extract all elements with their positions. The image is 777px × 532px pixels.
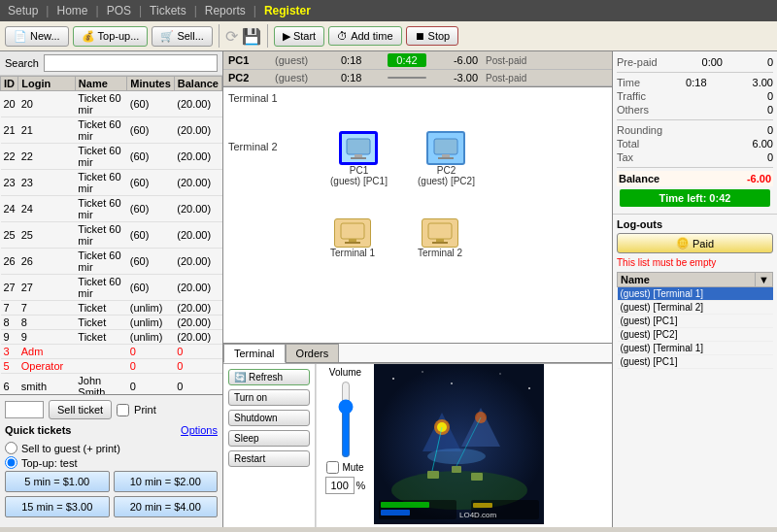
pc2-time: 0:18 — [341, 72, 380, 83]
start-button[interactable]: ▶ Start — [274, 26, 324, 47]
sell-ticket-button[interactable]: Sell ticket — [49, 400, 112, 419]
ticket-button[interactable]: 5 min = $1.00 — [5, 471, 110, 492]
svg-point-17 — [528, 387, 530, 389]
log-item[interactable]: (guest) [Terminal 2] — [618, 301, 756, 315]
table-row[interactable]: 99Ticket(unlim)(20.00) — [1, 330, 222, 345]
table-row[interactable]: 2727Ticket 60 mir(60)(20.00) — [1, 275, 222, 301]
table-row[interactable]: 3Adm00 — [1, 345, 222, 359]
log-outs-panel: Log-outs 🪙 Paid This list must be empty … — [613, 215, 777, 373]
log-expand[interactable]: ▼ — [756, 273, 773, 287]
table-row[interactable]: 2323Ticket 60 mir(60)(20.00) — [1, 170, 222, 196]
separator — [219, 24, 220, 48]
ticket-button[interactable]: 20 min = $4.00 — [114, 496, 219, 517]
right-panel: Pre-paid 0:00 0 Time 0:18 3.00 Traffic 0… — [612, 51, 777, 527]
terminal2-icon-label: Terminal 2 — [418, 248, 462, 258]
log-item[interactable]: (guest) [PC1] — [618, 355, 756, 369]
menu-register[interactable]: Register — [264, 4, 311, 17]
paid-button[interactable]: 🪙 Paid — [617, 233, 773, 253]
table-row[interactable]: 88Ticket(unlim)(20.00) — [1, 316, 222, 330]
tax-label: Tax — [617, 151, 633, 163]
turn-on-button[interactable]: Turn on — [228, 389, 310, 406]
add-time-button[interactable]: ⏱ Add time — [328, 26, 401, 46]
sell-id-input[interactable] — [5, 401, 44, 418]
svg-rect-1 — [355, 154, 362, 157]
restart-button[interactable]: Restart — [228, 450, 310, 467]
log-item[interactable]: (guest) [PC2] — [618, 328, 756, 342]
new-button[interactable]: 📄 New... — [5, 26, 69, 47]
menu-reports[interactable]: Reports — [205, 4, 246, 17]
save-icon: 💾 — [242, 27, 261, 46]
tab-terminal[interactable]: Terminal — [223, 344, 286, 363]
refresh-icon2: 🔄 — [234, 372, 246, 382]
table-row[interactable]: 77Ticket(unlim)(20.00) — [1, 301, 222, 316]
table-row[interactable]: 5Operator00 — [1, 359, 222, 374]
log-row[interactable]: (guest) [Terminal 1] — [618, 342, 773, 355]
log-item[interactable]: (guest) [Terminal 1] — [618, 287, 756, 301]
separator2 — [267, 24, 268, 48]
pc1-row[interactable]: PC1 (guest) 0:18 0:42 -6.00 Post-paid — [223, 51, 612, 70]
percent-input[interactable] — [325, 477, 355, 494]
topup-icon: 💰 — [82, 30, 95, 43]
pc2-row[interactable]: PC2 (guest) 0:18 -3.00 Post-paid — [223, 70, 612, 86]
rounding-label: Rounding — [617, 124, 662, 136]
pc2-balance: -3.00 — [434, 72, 478, 83]
log-row[interactable]: (guest) [PC2] — [618, 328, 773, 342]
terminal2-icon[interactable]: Terminal 2 — [418, 218, 462, 258]
print-checkbox[interactable] — [117, 404, 129, 416]
radio-topup-label: Top-up: test — [21, 457, 77, 469]
table-row[interactable]: 2525Ticket 60 mir(60)(20.00) — [1, 222, 222, 249]
log-item[interactable]: (guest) [PC1] — [618, 315, 756, 328]
svg-rect-2 — [351, 157, 366, 159]
menu-tickets[interactable]: Tickets — [150, 4, 186, 17]
terminal1-icon[interactable]: Terminal 1 — [330, 218, 375, 258]
refresh-terminal-button[interactable]: 🔄 Refresh — [228, 369, 310, 385]
stop-button[interactable]: ⏹ Stop — [406, 26, 459, 46]
volume-slider[interactable] — [336, 381, 355, 458]
quick-tickets-label: Quick tickets — [5, 424, 71, 436]
svg-rect-25 — [427, 471, 439, 479]
start-icon: ▶ — [283, 30, 290, 43]
search-input[interactable] — [44, 54, 218, 72]
log-table: Name ▼ (guest) [Terminal 1](guest) [Term… — [617, 272, 773, 369]
sleep-button[interactable]: Sleep — [228, 430, 310, 447]
topup-button[interactable]: 💰 Top-up... — [73, 26, 149, 47]
balance-value: -6.00 — [747, 173, 771, 184]
log-row[interactable]: (guest) [Terminal 2] — [618, 301, 773, 315]
log-row[interactable]: (guest) [PC1] — [618, 315, 773, 328]
menu-pos[interactable]: POS — [107, 4, 131, 17]
pc2-icon-img — [426, 131, 465, 165]
terminal1-icon-label: Terminal 1 — [330, 248, 375, 258]
log-row[interactable]: (guest) [PC1] — [618, 355, 773, 369]
radio-guest[interactable] — [5, 442, 17, 454]
svg-rect-10 — [436, 239, 444, 242]
sell-icon: 🛒 — [160, 30, 174, 43]
main-area: Search ID Login Name Minutes Balance 202… — [0, 51, 777, 527]
table-row[interactable]: 2121Ticket 60 mir(60)(20.00) — [1, 117, 222, 144]
radio-topup[interactable] — [5, 456, 17, 469]
table-row[interactable]: 2424Ticket 60 mir(60)(20.00) — [1, 196, 222, 222]
menu-home[interactable]: Home — [56, 4, 87, 17]
table-row[interactable]: 2626Ticket 60 mir(60)(20.00) — [1, 249, 222, 275]
terminal-map: Terminal 1 Terminal 2 PC1(guest) [PC1] — [223, 87, 612, 343]
table-row[interactable]: 2020Ticket 60 mir(60)(20.00) — [1, 91, 222, 117]
divider2 — [617, 119, 773, 120]
time-label: Time — [617, 77, 640, 88]
tab-orders[interactable]: Orders — [286, 344, 340, 362]
total-value: 6.00 — [753, 138, 773, 150]
options-link[interactable]: Options — [181, 424, 218, 439]
pc2-icon[interactable]: PC2(guest) [PC2] — [418, 131, 475, 186]
ticket-button[interactable]: 15 min = $3.00 — [5, 496, 110, 517]
svg-rect-9 — [428, 223, 452, 239]
data-table: ID Login Name Minutes Balance 2020Ticket… — [0, 76, 222, 394]
ticket-button[interactable]: 10 min = $2.00 — [114, 471, 219, 492]
table-row[interactable]: 2222Ticket 60 mir(60)(20.00) — [1, 144, 222, 170]
shutdown-button[interactable]: Shutdown — [228, 410, 310, 426]
menu-setup[interactable]: Setup — [8, 4, 38, 17]
table-row[interactable]: 6smithJohn Smith00 — [1, 374, 222, 395]
log-row[interactable]: (guest) [Terminal 1] — [618, 287, 773, 301]
pc1-icon[interactable]: PC1(guest) [PC1] — [330, 131, 388, 186]
coin-icon: 🪙 — [676, 237, 690, 249]
mute-checkbox[interactable] — [326, 461, 339, 474]
log-item[interactable]: (guest) [Terminal 1] — [618, 342, 756, 355]
sell-button[interactable]: 🛒 Sell... — [152, 26, 213, 47]
